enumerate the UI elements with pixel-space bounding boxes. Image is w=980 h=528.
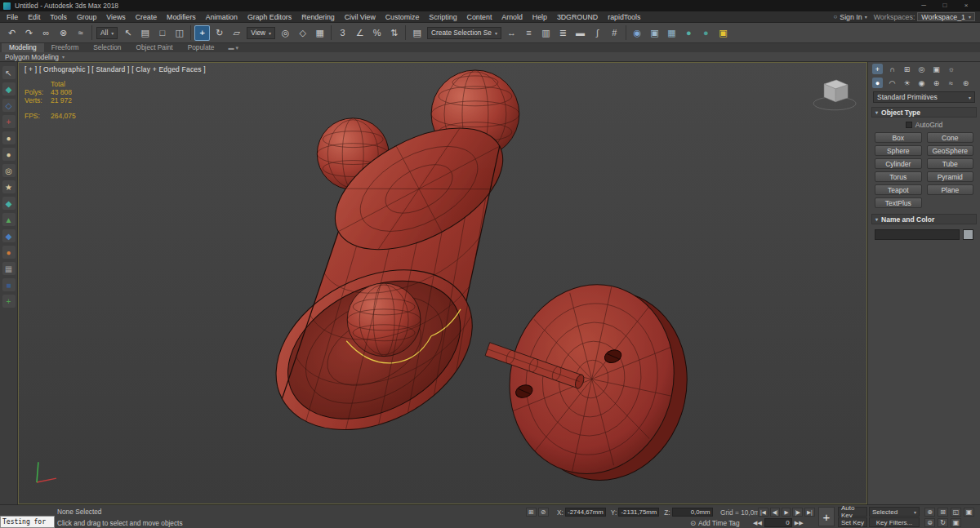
named-selection-dropdown[interactable]: Create Selection Se ▾ — [427, 27, 501, 39]
render-production-icon[interactable]: ● — [681, 25, 697, 41]
orbit-icon[interactable]: ↻ — [938, 518, 948, 527]
current-frame-field[interactable]: 0 — [764, 518, 792, 527]
object-type-rollout-header[interactable]: ▾ Object Type — [871, 107, 977, 118]
ribbon-minimize-icon[interactable]: ▬ ▾ — [228, 43, 238, 52]
go-to-start-icon[interactable]: |◀ — [758, 508, 768, 517]
select-object-icon[interactable]: ↖ — [120, 25, 136, 41]
viewport[interactable]: [ + ] [ Orthographic ] [ Standard ] [ Cl… — [18, 62, 867, 504]
menu-item[interactable]: Modifiers — [162, 11, 201, 23]
select-and-move-icon[interactable]: + — [194, 25, 210, 41]
primitive-button[interactable]: TextPlus — [875, 197, 922, 208]
motion-tab-icon[interactable]: ◎ — [916, 64, 927, 74]
rectangular-selection-region-icon[interactable]: □ — [154, 25, 170, 41]
primitive-button[interactable]: Cylinder — [875, 158, 922, 169]
window-crossing-icon[interactable]: ◫ — [172, 25, 187, 41]
key-filters-button[interactable]: Key Filters... — [869, 517, 920, 527]
select-by-name-icon[interactable]: ▤ — [137, 25, 153, 41]
maximize-button[interactable]: □ — [934, 0, 956, 11]
menu-item[interactable]: Animation — [201, 11, 243, 23]
menu-item[interactable]: Civil View — [340, 11, 381, 23]
render-iterative-icon[interactable]: ● — [698, 25, 714, 41]
create-tab-icon[interactable]: + — [872, 64, 883, 74]
primitive-button[interactable]: Tube — [927, 158, 974, 169]
ribbon-tab[interactable]: Populate — [180, 43, 222, 52]
systems-category-icon[interactable]: ⊛ — [960, 78, 971, 88]
schematic-view-icon[interactable]: # — [607, 25, 622, 41]
sign-in-button[interactable]: ○ Sign In ▾ — [826, 13, 873, 21]
view-cube[interactable] — [813, 80, 856, 110]
ribbon-tab[interactable]: Modeling — [2, 43, 44, 52]
rendered-frame-window-icon[interactable]: ▦ — [664, 25, 679, 41]
redo-icon[interactable]: ↷ — [21, 25, 37, 41]
unlink-selection-icon[interactable]: ⊗ — [56, 25, 71, 41]
primitive-ball-icon[interactable]: ● — [2, 148, 16, 161]
zoom-icon[interactable]: ⊕ — [924, 508, 935, 517]
helpers-category-icon[interactable]: ⊕ — [931, 78, 942, 88]
grid-tool-icon[interactable]: ▦ — [2, 262, 16, 275]
ribbon-tab[interactable]: Freeform — [44, 43, 87, 52]
maxscript-mini-listener[interactable]: Testing for ; — [0, 516, 55, 528]
workspace-dropdown[interactable]: Workspace_1 ▾ — [917, 12, 975, 21]
y-coordinate-field[interactable]: -2131,75mm — [618, 508, 659, 517]
toggle-scene-explorer-icon[interactable]: ▥ — [538, 25, 554, 41]
add-tool-icon[interactable]: + — [2, 295, 16, 308]
select-and-scale-icon[interactable]: ▱ — [229, 25, 244, 41]
model-cup[interactable] — [248, 103, 523, 462]
model-wall-plate[interactable] — [492, 269, 705, 495]
material-tool-icon[interactable]: ● — [2, 246, 16, 259]
menu-item[interactable]: Help — [528, 11, 552, 23]
next-key-icon[interactable]: ▶▶ — [795, 520, 804, 526]
space-warps-category-icon[interactable]: ≈ — [946, 78, 956, 88]
object-color-swatch[interactable] — [963, 229, 973, 240]
render-setup-icon[interactable]: ▣ — [647, 25, 662, 41]
maximize-viewport-toggle-icon[interactable]: ▣ — [951, 518, 961, 527]
previous-frame-icon[interactable]: ◀| — [770, 508, 781, 517]
isolate-selection-toggle-icon[interactable]: ⊞ — [526, 508, 537, 517]
add-time-tag[interactable]: ⊙ Add Time Tag — [690, 519, 740, 527]
primitive-category-dropdown[interactable]: Standard Primitives ▾ — [873, 91, 975, 103]
angle-snap-icon[interactable]: ∠ — [352, 25, 368, 41]
primitive-button[interactable]: Torus — [875, 171, 922, 182]
primitive-button[interactable]: Teapot — [875, 184, 922, 195]
mesh-tool-icon[interactable]: ▲ — [2, 213, 16, 226]
scene-tool-icon[interactable]: ■ — [2, 278, 16, 291]
menu-item[interactable]: Arnold — [497, 11, 527, 23]
menu-item[interactable]: File — [2, 11, 23, 23]
primitive-button[interactable]: GeoSphere — [927, 145, 974, 156]
object-name-input[interactable] — [875, 229, 960, 240]
display-tab-icon[interactable]: ▣ — [931, 64, 942, 74]
cameras-category-icon[interactable]: ◉ — [916, 78, 927, 88]
modifier-tool-icon[interactable]: ◆ — [2, 197, 16, 210]
ribbon-tab[interactable]: Selection — [86, 43, 128, 52]
x-coordinate-field[interactable]: -2744,67mm — [565, 508, 606, 517]
geometry-category-icon[interactable]: ● — [872, 78, 883, 88]
spinner-snap-icon[interactable]: ⇅ — [386, 25, 402, 41]
selection-filter-dropdown[interactable]: All ▾ — [96, 27, 118, 39]
select-and-link-icon[interactable]: ∞ — [38, 25, 54, 41]
zoom-all-icon[interactable]: ⊞ — [938, 508, 948, 517]
spline-tool-icon[interactable]: ◆ — [2, 229, 16, 242]
zoom-extents-icon[interactable]: ◱ — [951, 508, 961, 517]
material-editor-icon[interactable]: ◉ — [630, 25, 645, 41]
primitive-button[interactable]: Pyramid — [927, 171, 974, 182]
menu-item[interactable]: Scripting — [424, 11, 461, 23]
undo-icon[interactable]: ↶ — [4, 25, 20, 41]
toggle-layer-explorer-icon[interactable]: ≣ — [555, 25, 571, 41]
menu-item[interactable]: Views — [101, 11, 130, 23]
z-coordinate-field[interactable]: 0,0mm — [672, 508, 713, 517]
primitive-button[interactable]: Cone — [927, 132, 974, 143]
autogrid-checkbox[interactable] — [906, 122, 912, 128]
menu-item[interactable]: Rendering — [296, 11, 340, 23]
modify-tab-icon[interactable]: ∩ — [887, 64, 898, 74]
auto-key-button[interactable]: Auto Key — [838, 507, 867, 517]
curve-editor-icon[interactable]: ∫ — [590, 25, 605, 41]
next-frame-icon[interactable]: |▶ — [792, 508, 803, 517]
select-and-manipulate-icon[interactable]: ◇ — [295, 25, 310, 41]
menu-item[interactable]: Content — [462, 11, 497, 23]
bind-to-space-warp-icon[interactable]: ≈ — [73, 25, 88, 41]
menu-item[interactable]: Tools — [45, 11, 72, 23]
scene-svg[interactable] — [19, 63, 866, 504]
play-icon[interactable]: ▶ — [782, 508, 791, 517]
set-keys-big-button[interactable]: + — [818, 507, 835, 526]
primitive-button[interactable]: Plane — [927, 184, 974, 195]
